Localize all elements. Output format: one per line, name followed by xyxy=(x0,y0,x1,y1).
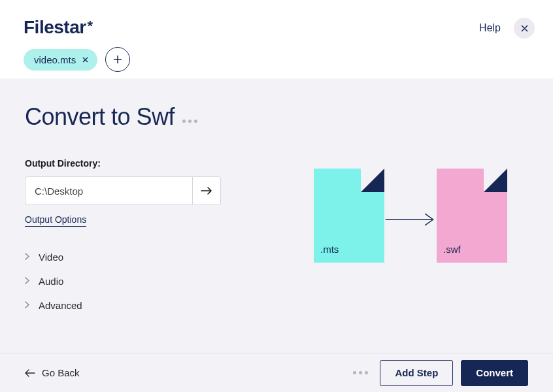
browse-directory-button[interactable] xyxy=(192,176,221,205)
help-link[interactable]: Help xyxy=(479,22,501,34)
left-column: Convert to Swf Output Directory: Output … xyxy=(25,103,293,353)
close-icon xyxy=(521,25,528,32)
header: Filestar* Help video.mts xyxy=(0,0,553,78)
add-file-button[interactable] xyxy=(105,47,130,72)
accordion-item-audio[interactable]: Audio xyxy=(25,269,293,293)
options-accordion: Video Audio Advanced xyxy=(25,245,293,318)
footer: Go Back Add Step Convert xyxy=(0,353,553,392)
conversion-illustration: .mts .swf xyxy=(314,169,507,263)
arrow-right-icon xyxy=(384,212,437,227)
accordion-item-video[interactable]: Video xyxy=(25,245,293,269)
add-step-button[interactable]: Add Step xyxy=(380,360,453,386)
main-panel: Convert to Swf Output Directory: Output … xyxy=(0,78,553,353)
accordion-label: Video xyxy=(39,252,63,263)
title-row: Convert to Swf xyxy=(25,103,293,131)
accordion-item-advanced[interactable]: Advanced xyxy=(25,293,293,318)
source-file-ext: .mts xyxy=(320,244,339,255)
chevron-right-icon xyxy=(25,253,29,262)
remove-chip-button[interactable] xyxy=(82,55,88,65)
logo-text: Filestar xyxy=(24,17,86,37)
page-title: Convert to Swf xyxy=(25,103,175,131)
file-chip[interactable]: video.mts xyxy=(24,49,97,71)
arrow-left-icon xyxy=(25,369,35,377)
target-file-icon: .swf xyxy=(437,169,507,263)
go-back-button[interactable]: Go Back xyxy=(25,367,80,378)
output-options-link[interactable]: Output Options xyxy=(25,214,86,227)
chevron-right-icon xyxy=(25,277,29,286)
convert-button[interactable]: Convert xyxy=(461,360,528,386)
go-back-label: Go Back xyxy=(42,367,80,378)
chevron-right-icon xyxy=(25,301,29,310)
illustration-column: .mts .swf xyxy=(293,103,528,353)
output-directory-input[interactable] xyxy=(25,176,192,205)
accordion-label: Advanced xyxy=(39,300,82,311)
close-button[interactable] xyxy=(514,18,535,39)
target-file-ext: .swf xyxy=(443,244,461,255)
accordion-label: Audio xyxy=(39,276,63,287)
app-logo: Filestar* xyxy=(24,17,529,38)
footer-more-button[interactable] xyxy=(353,371,368,374)
logo-star-icon: * xyxy=(88,18,93,34)
file-chips-row: video.mts xyxy=(24,47,529,72)
source-file-icon: .mts xyxy=(314,169,384,263)
plus-icon xyxy=(113,55,122,64)
output-directory-row xyxy=(25,176,221,205)
output-directory-label: Output Directory: xyxy=(25,158,293,169)
arrow-right-icon xyxy=(201,186,212,195)
title-more-button[interactable] xyxy=(182,120,197,123)
file-chip-label: video.mts xyxy=(34,54,76,65)
close-icon xyxy=(82,57,88,63)
